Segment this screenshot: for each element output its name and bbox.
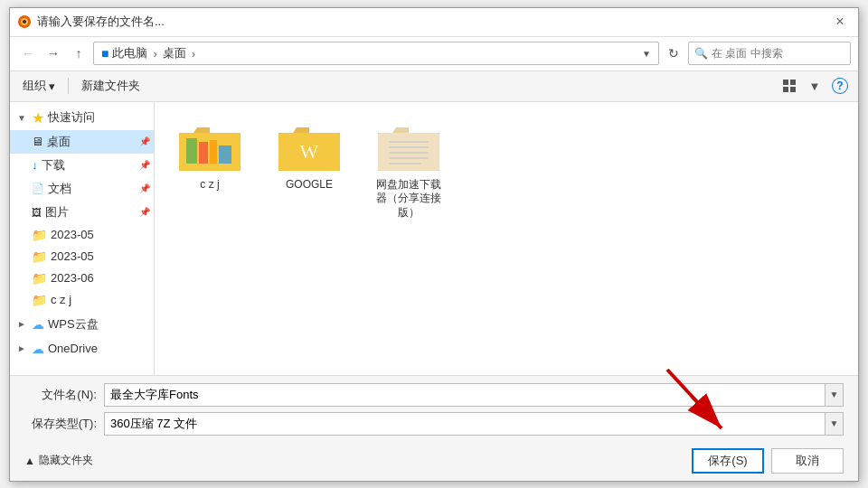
- filetype-dropdown-btn[interactable]: ▼: [826, 412, 844, 436]
- toolbar-separator: [68, 78, 69, 94]
- sidebar-item-label-documents: 文档: [48, 181, 71, 197]
- file-item-google[interactable]: W GOOGLE: [269, 117, 350, 224]
- quick-access-star-icon: ★: [32, 109, 44, 127]
- main-content: ▼ ★ 快速访问 🖥 桌面 📌 ↓ 下载 📌 📄: [10, 102, 858, 375]
- pin-icon-downloads: 📌: [139, 160, 150, 170]
- quick-access-header[interactable]: ▼ ★ 快速访问: [10, 106, 154, 130]
- svg-point-2: [23, 20, 26, 23]
- file-label-netdisk: 网盘加速下载器（分享连接版）: [372, 178, 446, 221]
- sidebar-item-2023-05b[interactable]: 📁 2023-05: [10, 246, 154, 267]
- filetype-input[interactable]: [104, 412, 826, 436]
- help-button[interactable]: ?: [829, 75, 851, 97]
- wps-header[interactable]: ► ☁ WPS云盘: [10, 313, 154, 336]
- folder-icon-2023-05a: 📁: [32, 228, 47, 242]
- file-item-czj[interactable]: c z j: [169, 117, 250, 224]
- file-label-google: GOOGLE: [286, 178, 333, 192]
- sidebar-item-desktop[interactable]: 🖥 桌面 📌: [10, 130, 154, 154]
- sidebar-item-pictures[interactable]: 🖼 图片 📌: [10, 201, 154, 224]
- toolbar-right: ▼ ?: [778, 75, 851, 97]
- sidebar-item-label-desktop: 桌面: [47, 134, 71, 150]
- sidebar-item-label-pictures: 图片: [45, 204, 69, 221]
- folder-czj-icon: [177, 120, 242, 174]
- breadcrumb-bar[interactable]: ■ 此电脑 › 桌面 › ▼: [93, 42, 659, 65]
- sidebar-item-2023-05a[interactable]: 📁 2023-05: [10, 224, 154, 246]
- breadcrumb-dropdown[interactable]: ▼: [642, 49, 651, 59]
- folder-netdisk-icon: [376, 120, 441, 174]
- pin-icon-documents: 📌: [139, 183, 150, 193]
- bottom-panel: 文件名(N): ▼ 保存类型(T): ▼: [10, 375, 858, 443]
- sidebar-item-czj-sidebar[interactable]: 📁 c z j: [10, 289, 154, 311]
- folder-icon-2023-05b: 📁: [32, 249, 47, 264]
- help-icon: ?: [832, 78, 848, 94]
- title-bar: 请输入要保存的文件名... ×: [10, 8, 858, 37]
- up-button[interactable]: ↑: [68, 42, 90, 64]
- close-button[interactable]: ×: [829, 11, 851, 33]
- pin-icon-desktop: 📌: [139, 136, 150, 146]
- wps-cloud-icon: ☁: [32, 317, 44, 332]
- svg-rect-5: [783, 87, 788, 92]
- hidden-folders-toggle[interactable]: ▲ 隐藏文件夹: [24, 453, 93, 468]
- new-folder-button[interactable]: 新建文件夹: [76, 75, 146, 97]
- filetype-row: 保存类型(T): ▼: [24, 412, 844, 436]
- refresh-button[interactable]: ↻: [663, 42, 684, 64]
- filetype-input-group: ▼: [104, 412, 844, 436]
- search-icon: 🔍: [694, 47, 708, 60]
- desktop-icon: 🖥: [32, 135, 43, 148]
- quick-access-label: 快速访问: [48, 109, 95, 126]
- filename-input-group: ▼: [104, 383, 844, 407]
- new-folder-label: 新建文件夹: [81, 78, 140, 94]
- onedrive-section: ► ☁ OneDrive: [10, 338, 154, 360]
- organize-button[interactable]: 组织 ▾: [17, 75, 61, 97]
- folder-icon-czj-sidebar: 📁: [32, 293, 47, 307]
- svg-rect-4: [790, 80, 796, 85]
- firefox-icon: [17, 14, 32, 29]
- back-button[interactable]: ←: [17, 42, 39, 64]
- cancel-button[interactable]: 取消: [771, 448, 844, 474]
- downloads-icon: ↓: [32, 158, 38, 172]
- svg-rect-11: [219, 145, 231, 164]
- quick-access-section: ▼ ★ 快速访问 🖥 桌面 📌 ↓ 下载 📌 📄: [10, 106, 154, 311]
- filename-input[interactable]: [104, 383, 826, 407]
- filename-label: 文件名(N):: [24, 387, 97, 403]
- save-button[interactable]: 保存(S): [692, 448, 764, 474]
- onedrive-icon: ☁: [32, 342, 44, 356]
- dialog-title: 请输入要保存的文件名...: [37, 14, 165, 30]
- sidebar-item-label-2023-06: 2023-06: [51, 271, 94, 285]
- sidebar-item-documents[interactable]: 📄 文档 📌: [10, 177, 154, 201]
- save-dialog: 请输入要保存的文件名... × ← → ↑ ■ 此电脑 › 桌面 › ▼ ↻ 🔍…: [9, 7, 859, 482]
- view-dropdown-button[interactable]: ▼: [804, 75, 826, 97]
- chevron-up-icon: ▲: [24, 455, 35, 467]
- svg-text:W: W: [300, 140, 319, 163]
- sidebar-item-2023-06[interactable]: 📁 2023-06: [10, 267, 154, 289]
- organize-arrow: ▾: [49, 80, 55, 93]
- filetype-label: 保存类型(T):: [24, 416, 97, 432]
- wps-label: WPS云盘: [48, 316, 99, 333]
- filename-dropdown-btn[interactable]: ▼: [826, 383, 844, 407]
- quick-access-toggle: ▼: [17, 113, 28, 123]
- wps-toggle: ►: [17, 319, 28, 329]
- file-item-netdisk[interactable]: 网盘加速下载器（分享连接版）: [368, 117, 449, 224]
- sidebar-item-downloads[interactable]: ↓ 下载 📌: [10, 154, 154, 177]
- folder-google-icon: W: [277, 120, 342, 174]
- organize-label: 组织: [23, 78, 46, 94]
- pin-icon-pictures: 📌: [139, 207, 150, 217]
- view-icon: [782, 79, 797, 93]
- sidebar-item-label-2023-05b: 2023-05: [51, 249, 94, 263]
- onedrive-label: OneDrive: [48, 342, 98, 355]
- sidebar-item-label-2023-05a: 2023-05: [51, 228, 94, 241]
- breadcrumb-desktop: 桌面: [163, 45, 186, 61]
- onedrive-header[interactable]: ► ☁ OneDrive: [10, 338, 154, 360]
- forward-button[interactable]: →: [42, 42, 64, 64]
- svg-rect-8: [186, 138, 197, 164]
- file-label-czj: c z j: [200, 178, 219, 192]
- onedrive-toggle: ►: [17, 343, 28, 353]
- search-bar: 🔍: [688, 42, 851, 65]
- view-toggle-button[interactable]: [778, 75, 800, 97]
- search-input[interactable]: [712, 47, 847, 60]
- svg-rect-6: [790, 87, 796, 92]
- sidebar-item-label-downloads: 下载: [42, 157, 65, 174]
- sidebar: ▼ ★ 快速访问 🖥 桌面 📌 ↓ 下载 📌 📄: [10, 102, 155, 375]
- documents-icon: 📄: [32, 183, 44, 194]
- filename-row: 文件名(N): ▼: [24, 383, 844, 407]
- svg-rect-10: [210, 140, 217, 164]
